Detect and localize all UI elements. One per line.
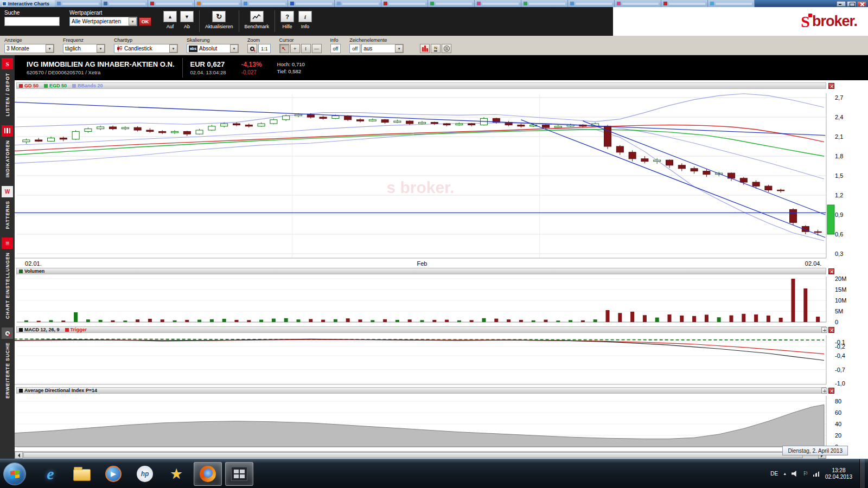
close-panel-icon[interactable] [828,83,834,89]
taskbar-mediaplayer-button[interactable]: ▶ [99,462,127,486]
cursor-crosshair-button[interactable]: + [290,44,300,53]
scroll-up-button[interactable]: ▲ [163,11,177,22]
taskbar-favorites-button[interactable]: ★ [162,462,190,486]
taskbar-hp-button[interactable]: hp [131,462,159,486]
cursor-hline-button[interactable]: — [312,44,322,53]
candle [518,125,525,126]
action-center-flag-icon[interactable]: ⚐ [803,470,808,477]
detach-panel-icon[interactable] [821,327,827,333]
browser-tab[interactable] [615,0,661,7]
close-panel-icon[interactable] [828,268,834,274]
volume-chart[interactable]: 20M15M10M5M0 [15,274,868,326]
chevron-down-icon[interactable]: ▼ [230,44,238,53]
taskbar-firefox-button[interactable] [194,462,222,486]
adx-header[interactable]: Average Directional Index P=14 [16,387,826,394]
browser-tab[interactable] [195,0,241,7]
language-indicator[interactable]: DE [770,471,778,477]
browser-tab[interactable] [148,0,195,7]
chevron-down-icon[interactable]: ▼ [129,17,137,25]
maximize-icon[interactable] [847,1,856,7]
tab-title [436,3,472,5]
detach-panel-icon[interactable] [821,388,827,394]
volume-bar [470,320,474,322]
browser-tab[interactable] [101,0,148,7]
sparkasse-logo-icon: S [801,15,810,29]
candlestick-chart[interactable]: 2,72,42,11,81,51,20,90,60,3s broker.02.0… [15,89,868,268]
svg-text:2,7: 2,7 [835,94,843,101]
ok-button[interactable]: OK [139,17,151,26]
refresh-button[interactable]: ↻ [212,11,226,22]
browser-tab[interactable] [335,0,381,7]
browser-tab[interactable] [568,0,615,7]
start-button[interactable] [3,463,26,485]
cursor-vline-button[interactable]: I [301,44,311,53]
tab-favicon-icon [430,2,434,5]
macd-header[interactable]: MACD 12, 26, 9 Trigger [16,326,826,333]
adx-legend-icon [19,389,23,393]
browser-tab[interactable] [381,0,428,7]
candle [752,182,760,186]
close-window-icon[interactable] [857,1,866,7]
browser-tab[interactable] [661,0,708,7]
frequency-select[interactable]: täglich ▼ [63,44,105,53]
sidebar-item-sparkasse[interactable]: SLISTEN / DEPOT [2,58,13,117]
zoom-ratio[interactable]: 1:1 [258,44,271,53]
chevron-down-icon[interactable]: ▼ [395,44,403,53]
settings-button[interactable]: S [442,44,451,53]
browser-tab[interactable] [288,0,335,7]
chart-horizontal-scrollbar[interactable] [15,451,826,459]
sidebar-item-advanced-search[interactable]: ERWEITERTE SUCHE [2,328,13,399]
browser-tab[interactable] [241,0,288,7]
info-button[interactable]: i [298,11,312,22]
chart-type-select[interactable]: Candlestick ▼ [114,44,178,53]
volume-bar [668,314,672,322]
candle [703,171,710,175]
tray-expand-icon[interactable]: ▲ [783,472,787,476]
sidebar-item-patterns[interactable]: WPATTERNS [2,186,13,229]
taskbar-chart-app-button[interactable] [225,462,253,486]
drawing-elements-select[interactable]: aus ▼ [361,44,404,53]
volume-header[interactable]: Volumen [16,268,826,274]
close-panel-icon[interactable] [828,388,834,394]
info-toggle[interactable]: off [330,44,341,53]
browser-tab[interactable] [428,0,475,7]
display-range-label: Anzeige [4,37,54,43]
search-input[interactable] [4,17,60,26]
indicator-window-button[interactable] [420,44,430,53]
chevron-down-icon[interactable]: ▼ [46,44,54,53]
browser-tab[interactable] [475,0,521,7]
zoom-button[interactable] [247,44,257,53]
price-chart-header[interactable]: GD 50 EGD 50 BBands 20 [16,82,826,89]
news-button[interactable]: N [431,44,441,53]
adx-chart[interactable]: 806040200 [15,394,868,451]
help-button[interactable]: ? [280,11,294,22]
scrollbar-track[interactable] [23,452,818,459]
volume-label: Volumen [24,268,44,274]
close-panel-icon[interactable] [828,327,834,333]
cursor-pointer-button[interactable]: ↖ [279,44,289,53]
minimize-icon[interactable] [837,1,846,7]
scaling-select[interactable]: abs Absolut ▼ [187,44,239,53]
taskbar-explorer-button[interactable] [68,462,96,486]
macd-chart[interactable]: -0,1-0,2-0,4-0,7-1,0 [15,333,868,387]
sidebar-item-chart-settings[interactable]: ≡CHART EINSTELLUNGEN [2,237,13,319]
window-title-segment[interactable]: Interactive Charts [0,0,55,7]
chevron-down-icon[interactable]: ▼ [97,44,105,53]
taskbar-clock[interactable]: 13:28 02.04.2013 [825,467,852,480]
network-signal-icon[interactable] [813,471,820,477]
benchmark-button[interactable] [250,11,264,22]
show-desktop-button[interactable] [859,459,865,488]
scroll-left-icon[interactable] [15,452,23,459]
scrollbar-thumb[interactable] [23,452,803,458]
speaker-icon[interactable] [792,471,798,477]
browser-tab[interactable] [55,0,101,7]
taskbar-ie-button[interactable]: e [36,462,65,486]
drawing-toggle[interactable]: off [349,44,360,53]
browser-tab[interactable] [521,0,568,7]
chevron-down-icon[interactable]: ▼ [169,44,177,53]
browser-tab[interactable] [708,0,755,7]
scroll-down-button[interactable]: ▼ [180,11,194,22]
sidebar-item-indicators[interactable]: INDIKATOREN [2,125,13,177]
display-range-select[interactable]: 3 Monate ▼ [4,44,54,53]
security-type-select[interactable]: Alle Wertpapierarten ▼ [69,17,137,26]
